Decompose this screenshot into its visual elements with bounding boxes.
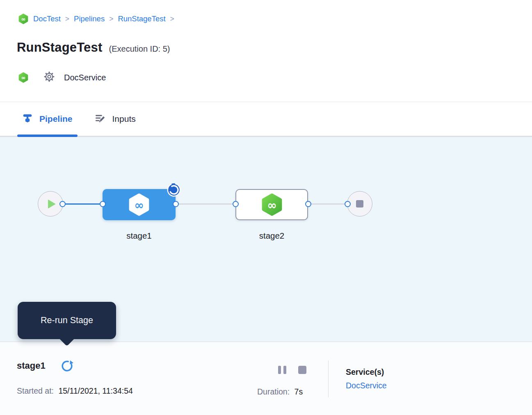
service-row: ∞ [18,71,106,84]
gear-icon [43,71,55,84]
started-at: Started at: 15/11/2021, 11:34:54 [17,386,133,396]
stage-node-stage1[interactable]: ∞ [103,189,176,220]
connector-dot [100,201,106,207]
connector-dot [305,201,311,207]
connector-dot [233,201,239,207]
connector-dot [173,201,179,207]
svg-text:∞: ∞ [21,16,26,22]
vertical-divider [328,360,329,397]
selected-stage-name: stage1 [17,360,46,371]
duration-label: Duration: [257,387,290,396]
stage-label: stage2 [235,231,308,241]
breadcrumb-link-pipeline-name[interactable]: RunStageTest [118,14,165,23]
services-label: Service(s) [346,367,387,377]
pipeline-canvas[interactable]: ∞ ∞ [0,137,532,342]
running-spinner-icon [167,182,181,197]
selected-stage: stage1 [17,359,74,372]
rerun-stage-button[interactable] [60,359,74,372]
pipeline-execution-page: ∞ DocTest > Pipelines > RunStageTest > R… [0,0,532,415]
page-title: RunStageTest [17,40,103,55]
title-row: RunStageTest (Execution ID: 5) [17,40,170,55]
breadcrumb-separator: > [170,15,174,23]
duration: Duration: 7s [257,387,303,397]
pipeline-icon [22,113,33,125]
stage-status-bar: stage1 Started at: 15/11/2021, 11:34:54 … [0,342,532,415]
breadcrumb-link-pipelines[interactable]: Pipelines [74,14,105,23]
harness-stage-icon: ∞ [260,193,283,216]
harness-service-icon: ∞ [18,72,29,83]
breadcrumb-separator: > [109,15,113,23]
tab-inputs[interactable]: Inputs [90,102,141,136]
pause-button[interactable] [278,366,286,374]
service-link[interactable]: DocService [346,381,387,390]
header: ∞ DocTest > Pipelines > RunStageTest > R… [0,0,532,102]
tab-pipeline-label: Pipeline [39,114,73,124]
breadcrumb-separator: > [65,15,69,23]
edge-start-to-stage1 [62,203,104,205]
execution-controls [278,366,306,374]
started-at-value: 15/11/2021, 11:34:54 [58,386,132,395]
rerun-stage-tooltip: Re-run Stage [18,302,116,339]
edge-stage1-to-stage2 [176,203,236,205]
svg-text:∞: ∞ [21,75,26,81]
tooltip-label: Re-run Stage [41,315,93,326]
breadcrumb: ∞ DocTest > Pipelines > RunStageTest > [18,14,174,24]
duration-value: 7s [295,387,303,396]
svg-text:∞: ∞ [267,198,276,212]
harness-logo-icon: ∞ [18,14,29,24]
stage-label: stage1 [103,231,176,241]
inputs-edit-icon [95,113,106,125]
harness-stage-icon: ∞ [128,193,151,216]
svg-text:∞: ∞ [134,198,144,212]
end-node [347,191,372,217]
services-block: Service(s) DocService [346,367,387,390]
tab-inputs-label: Inputs [112,114,136,124]
tab-pipeline[interactable]: Pipeline [17,102,78,136]
started-at-label: Started at: [17,386,54,395]
execution-id: (Execution ID: 5) [109,44,170,54]
play-icon [48,200,55,208]
edge-stage2-to-end [308,203,349,205]
abort-button[interactable] [298,366,306,374]
tab-bar: Pipeline Inputs [0,102,532,137]
connector-dot [345,201,351,207]
breadcrumb-link-project[interactable]: DocTest [33,14,61,23]
stop-icon [356,200,363,208]
connector-dot [59,201,66,207]
service-name: DocService [64,73,106,82]
stage-node-stage2[interactable]: ∞ [235,189,308,220]
